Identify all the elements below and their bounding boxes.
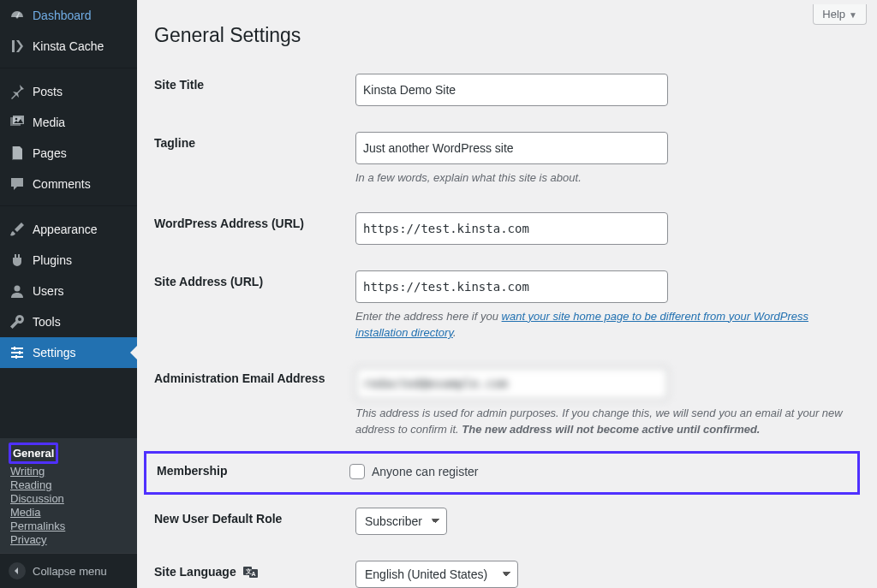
- site-url-input[interactable]: [355, 270, 668, 303]
- field-label-site-url: Site Address (URL): [154, 258, 347, 354]
- dashboard-icon: [9, 7, 26, 24]
- tagline-input[interactable]: [355, 132, 668, 164]
- brush-icon: [9, 221, 26, 238]
- field-label-admin-email: Administration Email Address: [154, 354, 347, 451]
- sidebar-label: Kinsta Cache: [33, 39, 104, 53]
- sidebar-item-posts[interactable]: Posts: [0, 76, 137, 107]
- pin-icon: [9, 83, 26, 100]
- svg-rect-8: [19, 351, 21, 354]
- svg-point-3: [15, 286, 21, 292]
- sidebar-label: Plugins: [33, 253, 72, 267]
- media-icon: [9, 114, 26, 131]
- svg-text:A: A: [251, 571, 255, 577]
- sidebar-label: Comments: [33, 177, 91, 191]
- site-title-input[interactable]: [355, 74, 668, 106]
- field-label-site-language: Site Language 文A: [154, 548, 347, 589]
- sidebar-label: Media: [33, 116, 65, 129]
- sidebar-label: Dashboard: [33, 9, 92, 22]
- svg-rect-5: [11, 352, 23, 353]
- sidebar-item-tools[interactable]: Tools: [0, 306, 137, 337]
- help-label: Help: [822, 8, 845, 21]
- sidebar-item-comments[interactable]: Comments: [0, 169, 137, 199]
- membership-checkbox[interactable]: [349, 464, 365, 479]
- field-label-membership: Membership: [157, 464, 349, 482]
- svg-rect-9: [15, 355, 17, 359]
- submenu-label: Privacy: [10, 533, 47, 546]
- svg-rect-4: [11, 347, 23, 349]
- main-content: Help▼ General Settings Site Title Taglin…: [137, 0, 877, 588]
- pages-icon: [9, 145, 26, 162]
- wp-url-input[interactable]: [355, 212, 668, 245]
- comments-icon: [9, 175, 26, 193]
- sidebar-label: Appearance: [33, 223, 98, 236]
- sidebar-label: Tools: [33, 315, 61, 329]
- sidebar-item-kinsta-cache[interactable]: Kinsta Cache: [0, 31, 137, 62]
- admin-sidebar: Dashboard Kinsta Cache Posts Media Pages…: [0, 0, 137, 588]
- submenu-item-privacy[interactable]: Privacy: [0, 528, 57, 551]
- sidebar-item-settings[interactable]: Settings: [0, 337, 137, 368]
- collapse-menu-button[interactable]: Collapse menu: [0, 553, 137, 588]
- translate-icon: 文A: [243, 566, 258, 579]
- sidebar-item-users[interactable]: Users: [0, 276, 137, 306]
- admin-menu: Dashboard Kinsta Cache Posts Media Pages…: [0, 0, 137, 439]
- settings-icon: [9, 344, 26, 361]
- sidebar-item-dashboard[interactable]: Dashboard: [0, 0, 137, 31]
- sidebar-label: Pages: [33, 146, 67, 160]
- field-label-tagline: Tagline: [154, 119, 347, 199]
- site-url-description: Enter the address here if you want your …: [355, 308, 851, 342]
- sidebar-item-appearance[interactable]: Appearance: [0, 214, 137, 245]
- plugin-icon: [9, 252, 26, 269]
- sidebar-label: Users: [33, 284, 64, 298]
- collapse-icon: [9, 562, 26, 579]
- field-label-wp-url: WordPress Address (URL): [154, 199, 347, 258]
- sidebar-label: Posts: [33, 85, 63, 98]
- sidebar-item-plugins[interactable]: Plugins: [0, 245, 137, 276]
- page-title: General Settings: [154, 0, 860, 61]
- sidebar-item-media[interactable]: Media: [0, 107, 137, 138]
- sidebar-item-pages[interactable]: Pages: [0, 138, 137, 169]
- submenu-label: General: [13, 447, 54, 460]
- field-label-default-role: New User Default Role: [154, 495, 347, 548]
- sidebar-label: Settings: [33, 346, 76, 359]
- users-icon: [9, 282, 26, 300]
- admin-email-description: This address is used for admin purposes.…: [355, 405, 851, 438]
- svg-rect-7: [14, 347, 15, 350]
- default-role-select[interactable]: Subscriber: [355, 508, 447, 535]
- svg-point-2: [15, 118, 18, 121]
- membership-checkbox-text: Anyone can register: [372, 465, 479, 478]
- settings-submenu: General Writing Reading Discussion Media…: [0, 438, 137, 553]
- field-label-site-title: Site Title: [154, 61, 347, 119]
- tagline-description: In a few words, explain what this site i…: [355, 169, 851, 187]
- collapse-label: Collapse menu: [33, 565, 107, 578]
- settings-form: Site Title Tagline In a few words, expla…: [154, 61, 860, 588]
- help-tab[interactable]: Help▼: [813, 4, 867, 25]
- kinsta-icon: [9, 38, 26, 55]
- admin-email-input[interactable]: [355, 367, 668, 400]
- membership-checkbox-label[interactable]: Anyone can register: [349, 464, 479, 479]
- site-language-select[interactable]: English (United States): [355, 561, 518, 588]
- tools-icon: [9, 313, 26, 330]
- chevron-down-icon: ▼: [849, 10, 857, 20]
